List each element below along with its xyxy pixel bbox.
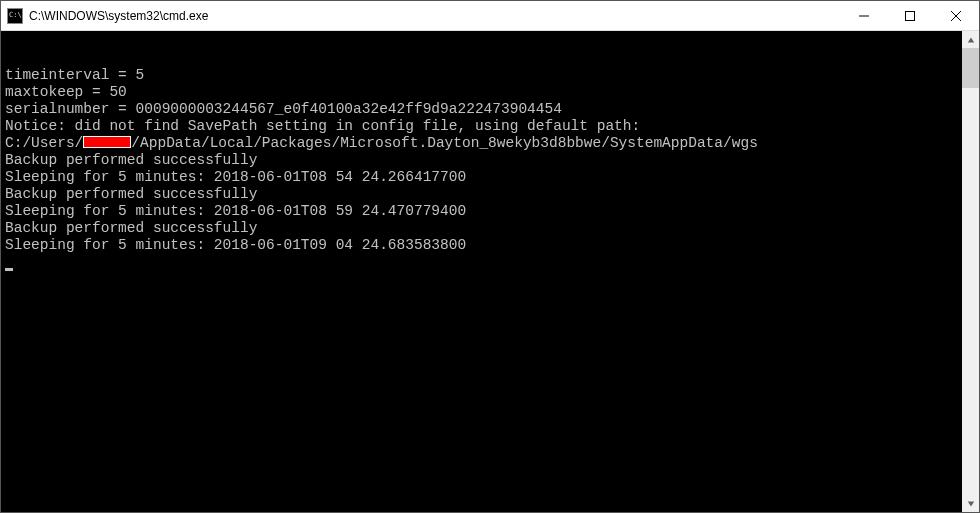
output-line: Sleeping for 5 minutes: 2018-06-01T08 59… (5, 203, 958, 220)
content-area: timeinterval = 5maxtokeep = 50serialnumb… (1, 31, 979, 512)
redacted-username (83, 136, 131, 148)
titlebar[interactable]: C:\ C:\WINDOWS\system32\cmd.exe (1, 1, 979, 31)
cursor (5, 268, 13, 271)
scroll-thumb[interactable] (962, 48, 979, 88)
output-line: Sleeping for 5 minutes: 2018-06-01T09 04… (5, 237, 958, 254)
window-title: C:\WINDOWS\system32\cmd.exe (29, 9, 841, 23)
output-line: C:/Users//AppData/Local/Packages/Microso… (5, 135, 958, 152)
window-controls (841, 1, 979, 30)
svg-rect-4 (906, 11, 915, 20)
terminal-output[interactable]: timeinterval = 5maxtokeep = 50serialnumb… (1, 31, 962, 512)
output-line: serialnumber = 0009000003244567_e0f40100… (5, 101, 958, 118)
cmd-icon: C:\ (7, 8, 23, 24)
output-line: Backup performed successfully (5, 152, 958, 169)
svg-marker-7 (967, 37, 973, 42)
scroll-down-button[interactable] (962, 495, 979, 512)
scroll-up-button[interactable] (962, 31, 979, 48)
output-line: Sleeping for 5 minutes: 2018-06-01T08 54… (5, 169, 958, 186)
output-line: timeinterval = 5 (5, 67, 958, 84)
scrollbar[interactable] (962, 31, 979, 512)
close-button[interactable] (933, 1, 979, 30)
output-line: Backup performed successfully (5, 220, 958, 237)
output-line: Notice: did not find SavePath setting in… (5, 118, 958, 135)
output-line: Backup performed successfully (5, 186, 958, 203)
svg-marker-8 (967, 501, 973, 506)
output-line: maxtokeep = 50 (5, 84, 958, 101)
maximize-button[interactable] (887, 1, 933, 30)
minimize-button[interactable] (841, 1, 887, 30)
scroll-track[interactable] (962, 48, 979, 495)
svg-text:C:\: C:\ (9, 11, 22, 19)
cmd-window: C:\ C:\WINDOWS\system32\cmd.exe timeinte… (0, 0, 980, 513)
